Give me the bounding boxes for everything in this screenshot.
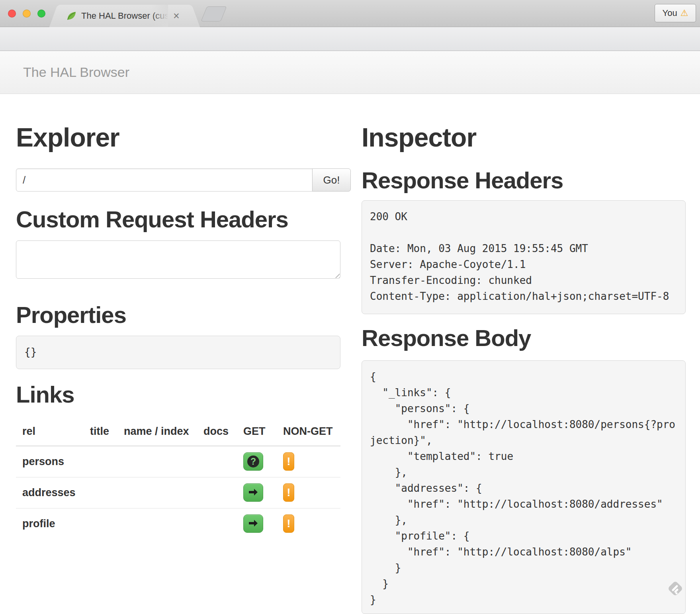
links-header-row: rel title name / index docs GET NON-GET — [16, 414, 340, 446]
properties-title: Properties — [16, 303, 126, 327]
site-navbar: The HAL Browser — [0, 51, 700, 94]
browser-toolbar: localhost:8080/browser/index.html#/ * A … — [0, 27, 700, 51]
brand-link[interactable]: The HAL Browser — [23, 51, 129, 93]
new-tab-button[interactable] — [201, 6, 227, 22]
link-rel: persons — [16, 446, 84, 477]
column-get: GET — [237, 414, 277, 446]
link-rel: profile — [16, 508, 84, 539]
explorer-title: Explorer — [16, 124, 119, 151]
non-get-button[interactable]: ! — [283, 483, 294, 502]
browser-tab[interactable]: The HAL Browser (customiz × — [59, 5, 190, 27]
tab-title: The HAL Browser (customiz — [81, 5, 168, 27]
exclamation-icon: ! — [287, 518, 291, 530]
column-non-get: NON-GET — [277, 414, 340, 446]
warning-icon: ⚠ — [680, 8, 688, 18]
links-table: rel title name / index docs GET NON-GET … — [16, 414, 340, 539]
column-docs: docs — [197, 414, 237, 446]
table-row: addresses ! — [16, 477, 340, 508]
properties-box: {} — [16, 336, 340, 369]
non-get-button[interactable]: ! — [283, 514, 294, 533]
links-title: Links — [16, 383, 74, 406]
zoom-window-button[interactable] — [37, 10, 45, 18]
table-row: persons ? ! — [16, 446, 340, 477]
custom-request-headers-title: Custom Request Headers — [16, 208, 288, 231]
arrow-right-icon — [248, 488, 258, 497]
get-button[interactable] — [243, 483, 263, 502]
explorer-path-input[interactable] — [16, 168, 313, 192]
exclamation-icon: ! — [287, 456, 291, 468]
link-rel: addresses — [16, 477, 84, 508]
response-headers-box: 200 OK Date: Mon, 03 Aug 2015 19:55:45 G… — [362, 200, 686, 314]
tab-strip: The HAL Browser (customiz × You⚠ — [0, 0, 700, 27]
question-icon: ? — [247, 456, 259, 467]
response-body-box: { "_links": { "persons": { "href": "http… — [362, 360, 686, 614]
response-body-title: Response Body — [362, 327, 531, 350]
table-row: profile ! — [16, 508, 340, 539]
exclamation-icon: ! — [287, 487, 291, 499]
get-button[interactable] — [243, 514, 263, 533]
feedly-mini-icon[interactable] — [665, 578, 686, 599]
close-window-button[interactable] — [8, 10, 16, 18]
spring-leaf-favicon — [65, 10, 77, 22]
tab-close-icon[interactable]: × — [170, 10, 182, 22]
column-name-index: name / index — [117, 414, 197, 446]
non-get-button[interactable]: ! — [283, 452, 294, 471]
inspector-title: Inspector — [362, 124, 476, 151]
arrow-right-icon — [248, 519, 258, 528]
column-rel: rel — [16, 414, 84, 446]
profile-label: You — [663, 8, 677, 18]
minimize-window-button[interactable] — [23, 10, 31, 18]
response-headers-title: Response Headers — [362, 169, 563, 192]
custom-request-headers-textarea[interactable] — [16, 241, 340, 279]
column-title: title — [84, 414, 117, 446]
get-button[interactable]: ? — [243, 452, 263, 471]
browser-window: The HAL Browser (customiz × You⚠ — [0, 0, 700, 614]
go-button[interactable]: Go! — [312, 168, 351, 192]
profile-you-button[interactable]: You⚠ — [655, 4, 696, 22]
